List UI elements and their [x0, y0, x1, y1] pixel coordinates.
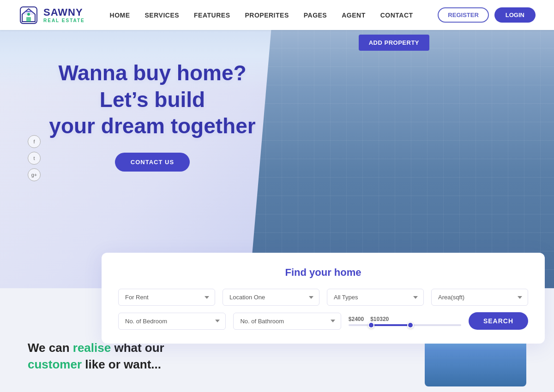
- hero-section: ADD PROPERTY f t g+ Wanna buy home? Let’…: [0, 0, 554, 288]
- logo-text: SAWNY REAL ESTATE: [43, 7, 85, 23]
- hero-title-line2: your dream together: [49, 114, 255, 138]
- nav-services[interactable]: SERVICES: [145, 12, 180, 19]
- logo: SAWNY REAL ESTATE: [18, 5, 85, 25]
- bottom-text-line2-part2: like or want...: [82, 357, 161, 371]
- price-max-label: $10320: [370, 316, 389, 322]
- brand-tagline: REAL ESTATE: [43, 18, 85, 23]
- nav-links: HOME SERVICES FEATURES PROPERITES PAGES …: [110, 12, 413, 19]
- bottom-text-part1: We can: [28, 341, 73, 355]
- bottom-tagline: We can realise what our customer like or…: [28, 340, 164, 372]
- price-range-thumb-left[interactable]: [368, 322, 374, 328]
- search-button[interactable]: SEARCH: [469, 312, 528, 330]
- nav-actions: REGISTER LOGIN: [438, 7, 536, 23]
- search-row-2: No. of Bedroom No. of Bathroom $2400 $10…: [118, 312, 528, 330]
- contact-us-button[interactable]: CONTACT US: [115, 153, 190, 172]
- price-range-fill: [371, 324, 410, 326]
- price-min-label: $2400: [349, 316, 364, 322]
- bathroom-select[interactable]: No. of Bathroom: [233, 313, 341, 330]
- nav-home[interactable]: HOME: [110, 12, 130, 19]
- hero-title-line1: Wanna buy home? Let’s build: [58, 61, 246, 112]
- login-button[interactable]: LOGIN: [494, 7, 536, 23]
- rent-type-select[interactable]: For Rent: [118, 289, 215, 306]
- location-select[interactable]: Location One: [223, 289, 319, 306]
- bottom-highlight-customer: customer: [28, 357, 82, 371]
- svg-point-4: [27, 13, 30, 16]
- register-button[interactable]: REGISTER: [438, 7, 488, 23]
- type-select[interactable]: All Types: [327, 289, 424, 306]
- nav-features[interactable]: FEATURES: [194, 12, 230, 19]
- bottom-line2: customer like or want...: [28, 356, 164, 373]
- price-range-container: $2400 $10320: [349, 316, 461, 326]
- nav-contact[interactable]: CONTACT: [380, 12, 413, 19]
- hero-title: Wanna buy home? Let’s build your dream t…: [37, 60, 268, 140]
- area-select[interactable]: Area(sqft): [431, 289, 528, 306]
- add-property-button[interactable]: ADD PROPERTY: [359, 35, 429, 51]
- search-panel: Find your home For Rent Location One All…: [102, 253, 545, 344]
- search-row-1: For Rent Location One All Types Area(sqf…: [118, 289, 528, 306]
- hero-content: Wanna buy home? Let’s build your dream t…: [0, 60, 305, 172]
- nav-properties[interactable]: PROPERITES: [245, 12, 289, 19]
- price-range-track[interactable]: [349, 324, 461, 326]
- nav-agent[interactable]: AGENT: [342, 12, 366, 19]
- svg-rect-3: [26, 17, 31, 22]
- price-range-thumb-right[interactable]: [407, 322, 414, 328]
- logo-icon: [18, 5, 39, 25]
- brand-name: SAWNY: [43, 7, 85, 18]
- navbar: SAWNY REAL ESTATE HOME SERVICES FEATURES…: [0, 0, 554, 30]
- nav-pages[interactable]: PAGES: [304, 12, 327, 19]
- bedroom-select[interactable]: No. of Bedroom: [118, 313, 226, 330]
- price-labels: $2400 $10320: [349, 316, 461, 322]
- search-panel-title: Find your home: [118, 267, 528, 279]
